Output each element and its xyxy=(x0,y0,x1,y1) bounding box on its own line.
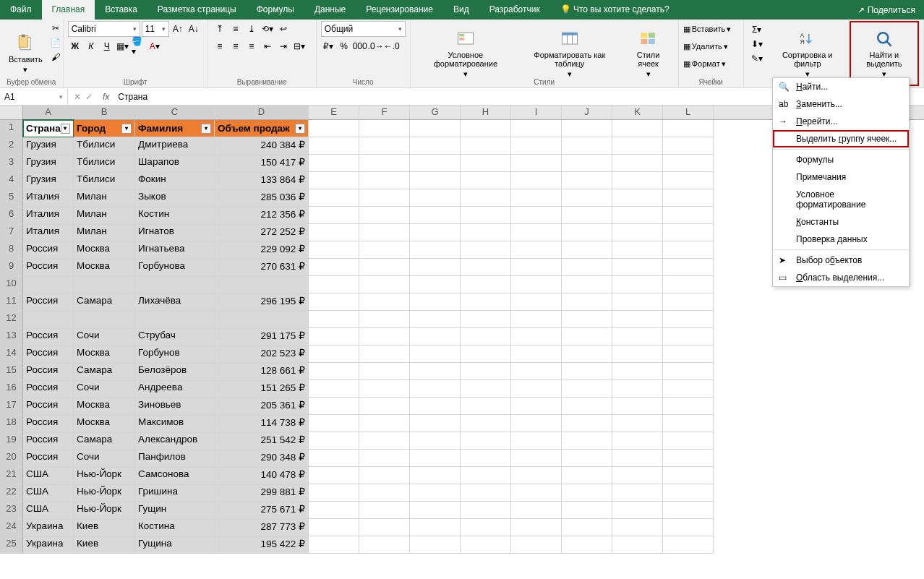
cell[interactable]: Украина xyxy=(23,519,74,536)
tab-formulas[interactable]: Формулы xyxy=(247,0,304,20)
name-box[interactable]: A1▾ xyxy=(0,88,68,105)
fill-button[interactable]: ⬇▾ xyxy=(750,37,764,51)
menu-formulas[interactable]: Формулы xyxy=(773,151,909,168)
cell[interactable]: Самара xyxy=(74,432,135,450)
cell[interactable]: Россия xyxy=(23,363,74,380)
align-bottom-button[interactable]: ⤓ xyxy=(244,22,259,36)
select-all-corner[interactable] xyxy=(0,106,23,119)
col-header-E[interactable]: E xyxy=(309,106,359,119)
cell[interactable]: Москва xyxy=(74,398,135,415)
cell[interactable]: 299 881 ₽ xyxy=(215,484,309,502)
percent-button[interactable]: % xyxy=(337,39,351,53)
cell[interactable]: США xyxy=(23,467,74,484)
align-left-button[interactable]: ≡ xyxy=(213,39,227,53)
row-header[interactable]: 20 xyxy=(0,450,23,467)
row-header[interactable]: 11 xyxy=(0,293,23,311)
cell[interactable]: Грузия xyxy=(23,155,74,172)
row-header[interactable]: 25 xyxy=(0,536,23,554)
cell[interactable] xyxy=(135,311,215,328)
cell[interactable]: Нью-Йорк xyxy=(74,467,135,484)
tab-insert[interactable]: Вставка xyxy=(95,0,147,20)
cell[interactable]: Гришина xyxy=(135,484,215,502)
comma-button[interactable]: 000 xyxy=(353,39,367,53)
cell[interactable]: Москва xyxy=(74,415,135,432)
font-name-combo[interactable]: Calibri▾ xyxy=(68,21,140,37)
cell[interactable] xyxy=(215,311,309,328)
tab-data[interactable]: Данные xyxy=(304,0,356,20)
cell[interactable]: Киев xyxy=(74,519,135,536)
cell[interactable]: Грузия xyxy=(23,137,74,155)
filter-icon[interactable]: ▾ xyxy=(61,124,70,134)
cell[interactable]: Россия xyxy=(23,259,74,276)
font-color-button[interactable]: A▾ xyxy=(147,39,162,53)
table-header[interactable]: Объем продаж▾ xyxy=(215,120,309,137)
cell[interactable]: Россия xyxy=(23,380,74,398)
row-header[interactable]: 4 xyxy=(0,172,23,189)
cell[interactable]: 285 036 ₽ xyxy=(215,189,309,207)
cell[interactable]: США xyxy=(23,484,74,502)
cell[interactable] xyxy=(23,311,74,328)
cell[interactable]: Россия xyxy=(23,450,74,467)
row-header[interactable]: 7 xyxy=(0,224,23,241)
cell[interactable]: Горбунова xyxy=(135,259,215,276)
row-header[interactable]: 5 xyxy=(0,189,23,207)
cell[interactable]: Александров xyxy=(135,432,215,450)
share-button[interactable]: ↗ Поделиться xyxy=(849,0,924,20)
cell[interactable]: Тбилиси xyxy=(74,172,135,189)
cell[interactable]: 151 265 ₽ xyxy=(215,380,309,398)
cell[interactable]: Игнатьева xyxy=(135,241,215,259)
increase-indent-button[interactable]: ⇥ xyxy=(276,39,291,53)
cell[interactable]: Милан xyxy=(74,224,135,241)
align-top-button[interactable]: ⤒ xyxy=(213,22,227,36)
cell[interactable]: Фокин xyxy=(135,172,215,189)
delete-cells-button[interactable]: ▦ Удалить ▾ xyxy=(683,38,739,54)
table-header[interactable]: Фамилия▾ xyxy=(135,120,215,137)
cell[interactable]: 150 417 ₽ xyxy=(215,155,309,172)
cell[interactable]: 133 864 ₽ xyxy=(215,172,309,189)
cell[interactable]: Гущина xyxy=(135,536,215,554)
underline-button[interactable]: Ч xyxy=(100,39,114,53)
cell[interactable]: Шарапов xyxy=(135,155,215,172)
cell[interactable]: 195 422 ₽ xyxy=(215,536,309,554)
cell[interactable]: Италия xyxy=(23,207,74,224)
cell[interactable]: Зыков xyxy=(135,189,215,207)
col-header-I[interactable]: I xyxy=(511,106,562,119)
align-center-button[interactable]: ≡ xyxy=(228,39,243,53)
cell[interactable]: 290 348 ₽ xyxy=(215,450,309,467)
menu-find[interactable]: 🔍Найти... xyxy=(773,78,909,95)
cell[interactable]: Россия xyxy=(23,328,74,346)
cell[interactable]: Сочи xyxy=(74,328,135,346)
col-header-G[interactable]: G xyxy=(410,106,461,119)
bold-button[interactable]: Ж xyxy=(68,39,82,53)
cell[interactable]: Россия xyxy=(23,415,74,432)
row-header[interactable]: 2 xyxy=(0,137,23,155)
cell[interactable] xyxy=(23,276,74,293)
row-header[interactable]: 18 xyxy=(0,415,23,432)
tab-view[interactable]: Вид xyxy=(443,0,479,20)
align-middle-button[interactable]: ≡ xyxy=(228,22,243,36)
cell[interactable]: Москва xyxy=(74,241,135,259)
cell[interactable]: 291 175 ₽ xyxy=(215,328,309,346)
menu-constants[interactable]: Константы xyxy=(773,213,909,231)
cancel-formula-button[interactable]: ✕ xyxy=(74,92,81,102)
cell[interactable]: Игнатов xyxy=(135,224,215,241)
cell[interactable]: 114 738 ₽ xyxy=(215,415,309,432)
cell-styles-button[interactable]: Стили ячеек▾ xyxy=(623,21,673,86)
clear-button[interactable]: ✎▾ xyxy=(750,51,764,66)
confirm-formula-button[interactable]: ✓ xyxy=(85,92,93,102)
cell[interactable]: Москва xyxy=(74,259,135,276)
row-header[interactable]: 16 xyxy=(0,380,23,398)
format-painter-button[interactable]: 🖌 xyxy=(48,50,63,64)
row-header[interactable]: 10 xyxy=(0,276,23,293)
cell[interactable]: Италия xyxy=(23,224,74,241)
currency-button[interactable]: ₽▾ xyxy=(321,39,335,53)
row-header[interactable]: 19 xyxy=(0,432,23,450)
filter-icon[interactable]: ▾ xyxy=(201,124,211,134)
row-header[interactable]: 17 xyxy=(0,398,23,415)
decrease-indent-button[interactable]: ⇤ xyxy=(260,39,275,53)
paste-button[interactable]: Вставить▾ xyxy=(4,21,47,86)
cell[interactable]: 275 671 ₽ xyxy=(215,502,309,519)
cell[interactable]: 296 195 ₽ xyxy=(215,293,309,311)
cell[interactable]: Зиновьев xyxy=(135,398,215,415)
cell[interactable] xyxy=(74,276,135,293)
